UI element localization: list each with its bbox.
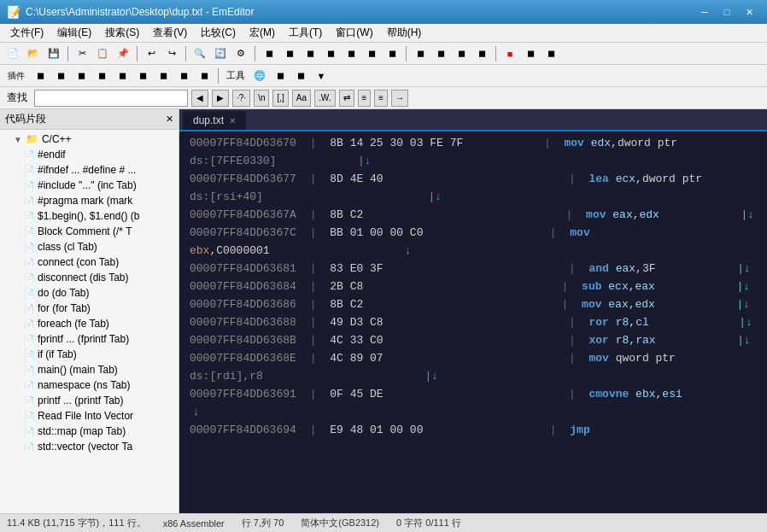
cut-button[interactable]: ✂ [73, 44, 91, 63]
search-opt3[interactable]: [,] [272, 90, 288, 107]
tab-close-button[interactable]: ✕ [229, 116, 236, 126]
tree-item-if[interactable]: 📄 if (if Tab) [0, 347, 179, 362]
search-prev-button[interactable]: ◀ [191, 90, 208, 107]
menu-macro[interactable]: 宏(M) [243, 24, 282, 42]
menu-tools[interactable]: 工具(T) [282, 24, 329, 42]
menu-file[interactable]: 文件(F) [3, 24, 50, 42]
menu-window[interactable]: 窗口(W) [329, 24, 379, 42]
tab-dup[interactable]: dup.txt ✕ [183, 111, 246, 130]
file-icon-2: 📄 [24, 166, 34, 175]
search-opt2[interactable]: \n [254, 90, 269, 107]
tb13[interactable]: ◼ [431, 44, 450, 63]
search-input[interactable] [34, 90, 188, 107]
tb17[interactable]: ◼ [521, 44, 540, 63]
undo-button[interactable]: ↩ [142, 44, 161, 63]
tree-item-namespace[interactable]: 📄 namespace (ns Tab) [0, 377, 179, 393]
stop-button[interactable]: ■ [501, 44, 519, 63]
tb12[interactable]: ◼ [411, 44, 430, 63]
title-bar: 📝 C:\Users\Administrator\Desktop\dup.txt… [0, 0, 767, 24]
t2b5[interactable]: ◼ [113, 67, 132, 85]
menu-compare[interactable]: 比较(C) [194, 24, 243, 42]
redo-button[interactable]: ↪ [162, 44, 181, 63]
search-opt6[interactable]: ⇄ [339, 90, 354, 107]
tree-item-ifndef[interactable]: 📄 #ifndef ... #define # ... [0, 162, 179, 178]
file-icon-9: 📄 [24, 273, 34, 283]
tree-item-disconnect[interactable]: 📄 disconnect (dis Tab) [0, 270, 179, 285]
tree-item-block[interactable]: 📄 Block Comment (/* T [0, 224, 179, 239]
menu-search[interactable]: 搜索(S) [98, 24, 146, 42]
save-button[interactable]: 💾 [44, 44, 63, 63]
menu-edit[interactable]: 编辑(E) [50, 24, 98, 42]
search-opt8[interactable]: ≡ [374, 90, 388, 107]
snippet-btn[interactable]: 插件 [3, 67, 29, 85]
tree-item-endif[interactable]: 📄 #endif [0, 147, 179, 162]
sidebar-close-button[interactable]: ✕ [166, 114, 173, 125]
t2b10[interactable]: 🌐 [250, 67, 269, 85]
tb7[interactable]: ◼ [301, 44, 319, 63]
tb6[interactable]: ◼ [280, 44, 299, 63]
tree-item-foreach[interactable]: 📄 foreach (fe Tab) [0, 316, 179, 331]
tree-item-include[interactable]: 📄 #include "..." (inc Tab) [0, 178, 179, 193]
tree-item-connect[interactable]: 📄 connect (con Tab) [0, 254, 179, 270]
maximize-button[interactable]: □ [716, 4, 738, 20]
file-icon-11: 📄 [24, 304, 34, 313]
tree-item-main[interactable]: 📄 main() (main Tab) [0, 362, 179, 377]
search-go[interactable]: → [391, 90, 408, 107]
tree-item-fprintf[interactable]: 📄 fprintf ... (fprintf Tab) [0, 331, 179, 347]
t2b6[interactable]: ◼ [133, 67, 152, 85]
t2b12[interactable]: ◼ [291, 67, 310, 85]
t2b9[interactable]: ◼ [195, 67, 214, 85]
menu-bar: 文件(F) 编辑(E) 搜索(S) 查看(V) 比较(C) 宏(M) 工具(T)… [0, 24, 767, 43]
tb9[interactable]: ◼ [342, 44, 360, 63]
tb15[interactable]: ◼ [472, 44, 491, 63]
tree-item-read-file[interactable]: 📄 Read File Into Vector [0, 408, 179, 424]
file-icon-6: 📄 [24, 227, 34, 237]
tree-item-map[interactable]: 📄 std::map (map Tab) [0, 424, 179, 439]
tree-item-pragma[interactable]: 📄 #pragma mark (mark [0, 193, 179, 208]
paste-button[interactable]: 📌 [114, 44, 132, 63]
t2b1[interactable]: ◼ [31, 67, 50, 85]
t2b4[interactable]: ◼ [92, 67, 111, 85]
tb10[interactable]: ◼ [362, 44, 381, 63]
title-bar-text: C:\Users\Administrator\Desktop\dup.txt -… [26, 6, 694, 18]
tb5[interactable]: ◼ [260, 44, 278, 63]
open-button[interactable]: 📂 [24, 44, 43, 63]
code-line-5: 00007FF84DD6367A | 8B C2 | mov eax , edx… [179, 207, 767, 225]
sidebar-content[interactable]: ▼ 📁 C/C++ 📄 #endif 📄 #ifndef ... #define… [0, 130, 179, 513]
tb11[interactable]: ◼ [383, 44, 401, 63]
grep-button[interactable]: ⚙ [231, 44, 250, 63]
search-opt5[interactable]: .W. [314, 90, 335, 107]
t2b3[interactable]: ◼ [72, 67, 91, 85]
search-opt4[interactable]: Aa [292, 90, 311, 107]
menu-help[interactable]: 帮助(H) [380, 24, 429, 42]
search-opt7[interactable]: ≡ [358, 90, 372, 107]
menu-view[interactable]: 查看(V) [146, 24, 194, 42]
t2b8[interactable]: ◼ [174, 67, 193, 85]
close-button[interactable]: ✕ [738, 4, 760, 20]
code-editor[interactable]: 00007FF84DD63670 | 8B 14 25 30 03 FE 7F … [179, 132, 767, 513]
minimize-button[interactable]: ─ [694, 4, 716, 20]
tb8[interactable]: ◼ [321, 44, 340, 63]
new-button[interactable]: 📄 [3, 44, 22, 63]
replace-button[interactable]: 🔄 [211, 44, 230, 63]
tb18[interactable]: ◼ [542, 44, 560, 63]
tree-item-vector[interactable]: 📄 std::vector (vector Ta [0, 439, 179, 454]
file-icon-18: 📄 [24, 412, 34, 421]
tree-folder-cpp[interactable]: ▼ 📁 C/C++ [0, 132, 179, 147]
search-opt1[interactable]: ·?· [232, 90, 250, 107]
search-next-button[interactable]: ▶ [212, 90, 229, 107]
copy-button[interactable]: 📋 [93, 44, 112, 63]
t2b11[interactable]: ◼ [271, 67, 290, 85]
find-button[interactable]: 🔍 [190, 44, 209, 63]
t2b2[interactable]: ◼ [51, 67, 70, 85]
tree-item-do[interactable]: 📄 do (do Tab) [0, 285, 179, 301]
tree-item-begin[interactable]: 📄 $1.begin(), $1.end() (b [0, 208, 179, 224]
tb14[interactable]: ◼ [452, 44, 471, 63]
tree-item-for[interactable]: 📄 for (for Tab) [0, 301, 179, 316]
tree-item-class[interactable]: 📄 class (cl Tab) [0, 239, 179, 254]
tree-item-printf[interactable]: 📄 printf ... (printf Tab) [0, 393, 179, 408]
file-icon-7: 📄 [24, 243, 34, 252]
t2b7[interactable]: ◼ [154, 67, 173, 85]
t2b13[interactable]: ▼ [312, 67, 331, 85]
file-icon-4: 📄 [24, 196, 34, 206]
